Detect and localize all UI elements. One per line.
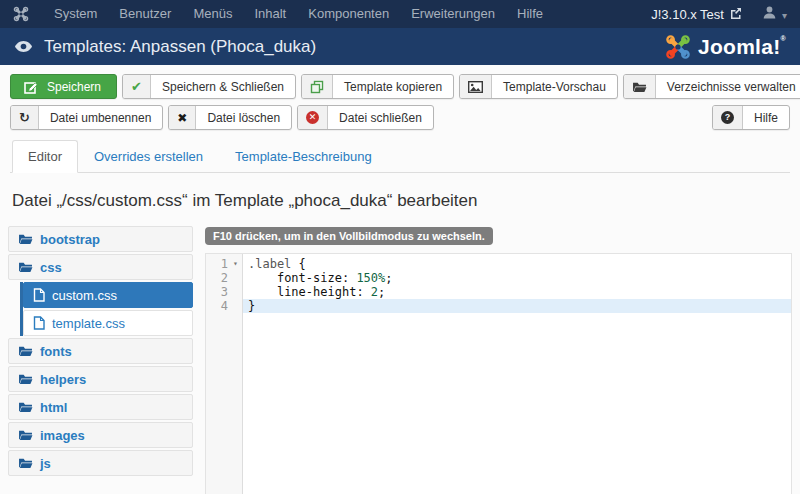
tree-item-js[interactable]: js [8, 450, 193, 476]
tree-item-bootstrap-label: bootstrap [40, 232, 100, 247]
menu-item-system[interactable]: System [43, 0, 108, 28]
external-link-icon [730, 7, 742, 22]
tree-nested-group: custom.csstemplate.css [20, 282, 193, 336]
code-line: 3 line-height: 2; [206, 285, 791, 299]
tab-overrides[interactable]: Overrides erstellen [78, 140, 219, 173]
menu-item-menus[interactable]: Menüs [182, 0, 243, 28]
main-content: bootstrapcsscustom.csstemplate.cssfontsh… [0, 226, 800, 494]
tree-item-custom-css[interactable]: custom.css [23, 282, 193, 308]
joomla-logo: Joomla!® [665, 34, 786, 60]
menu-item-benutzer[interactable]: Benutzer [108, 0, 182, 28]
folder-icon [18, 429, 33, 441]
image-icon [460, 75, 492, 98]
rename-file-button[interactable]: ↻Datei umbenennen [10, 105, 163, 130]
registered-mark: ® [781, 35, 786, 42]
preview-template-button-label: Template-Vorschau [492, 75, 617, 98]
folder-icon [18, 261, 33, 273]
close-file-button[interactable]: ✕Datei schließen [297, 105, 434, 130]
save-close-button[interactable]: ✔Speichern & Schließen [122, 74, 296, 99]
file-edit-heading: Datei „/css/custom.css“ im Template „pho… [12, 191, 788, 211]
save-icon [11, 75, 40, 98]
copy-template-button[interactable]: Template kopieren [301, 74, 454, 99]
line-number: 1 [206, 257, 228, 271]
tree-item-html-label: html [40, 400, 67, 415]
tree-item-bootstrap[interactable]: bootstrap [8, 226, 193, 252]
page-title: Templates: Anpassen (Phoca_duka) [44, 37, 316, 57]
tab-editor[interactable]: Editor [12, 140, 78, 173]
help-button[interactable]: ?Hilfe [712, 105, 790, 130]
fold-gutter [228, 299, 243, 313]
joomla-logo-icon [665, 34, 691, 60]
file-tree: bootstrapcsscustom.csstemplate.cssfontsh… [8, 226, 193, 478]
save-button[interactable]: Speichern [10, 74, 117, 99]
titlebar: Templates: Anpassen (Phoca_duka) Joomla!… [0, 28, 800, 65]
admin-menu: SystemBenutzerMenüsInhaltKomponentenErwe… [43, 0, 554, 28]
manage-folders-button[interactable]: Verzeichnisse verwalten [623, 74, 800, 99]
code-text: line-height: 2; [243, 285, 791, 299]
file-icon [33, 316, 45, 330]
menu-item-erweiterungen[interactable]: Erweiterungen [400, 0, 506, 28]
user-menu-button[interactable]: ▾ [762, 5, 787, 24]
rename-file-button-label: Datei umbenennen [39, 106, 162, 129]
eye-icon [14, 40, 33, 53]
code-line: 4} [206, 299, 791, 313]
delete-icon: ✖ [169, 106, 196, 129]
joomla-mark-icon [13, 6, 29, 22]
save-button-label: Speichern [40, 75, 116, 98]
preview-template-button[interactable]: Template-Vorschau [459, 74, 618, 99]
check-icon: ✔ [123, 75, 151, 98]
save-close-button-label: Speichern & Schließen [151, 75, 295, 98]
copy-icon [302, 75, 333, 98]
folder-icon [18, 233, 33, 245]
tree-item-helpers[interactable]: helpers [8, 366, 193, 392]
app-root: SystemBenutzerMenüsInhaltKomponentenErwe… [0, 0, 800, 494]
fullscreen-hint: F10 drücken, um in den Vollbildmodus zu … [205, 227, 493, 245]
line-number: 3 [206, 285, 228, 299]
menu-item-komponenten[interactable]: Komponenten [297, 0, 400, 28]
toolbar-row-1: Speichern✔Speichern & SchließenTemplate … [10, 74, 790, 99]
tree-item-css[interactable]: css [8, 254, 193, 280]
code-text: } [243, 299, 791, 313]
tree-item-css-label: css [40, 260, 62, 275]
tree-item-images[interactable]: images [8, 422, 193, 448]
code-text: .label { [243, 257, 791, 271]
manage-folders-button-label: Verzeichnisse verwalten [656, 75, 800, 98]
code-line: 2 font-size: 150%; [206, 271, 791, 285]
delete-file-button[interactable]: ✖Datei löschen [168, 105, 292, 130]
tree-item-template-css-label: template.css [52, 316, 125, 331]
toolbar: Speichern✔Speichern & SchließenTemplate … [0, 65, 800, 130]
fold-arrow-icon: ▾ [228, 257, 243, 271]
menu-item-inhalt[interactable]: Inhalt [243, 0, 297, 28]
tree-item-images-label: images [40, 428, 85, 443]
site-preview-label: J!3.10.x Test [651, 7, 724, 22]
code-editor[interactable]: 1▾.label {2 font-size: 150%;3 line-heigh… [205, 253, 792, 494]
close-circle-icon: ✕ [298, 106, 328, 129]
help-icon: ? [713, 106, 743, 129]
joomla-logo-text: Joomla!® [698, 35, 786, 59]
tree-item-html[interactable]: html [8, 394, 193, 420]
folder-icon [18, 345, 33, 357]
rename-icon: ↻ [11, 106, 39, 129]
tree-item-template-css[interactable]: template.css [23, 310, 193, 336]
file-icon [33, 288, 45, 302]
user-icon [762, 5, 777, 24]
tree-item-helpers-label: helpers [40, 372, 86, 387]
code-text: font-size: 150%; [243, 271, 791, 285]
line-number: 4 [206, 299, 228, 313]
fold-gutter [228, 285, 243, 299]
site-preview-link[interactable]: J!3.10.x Test [651, 7, 742, 22]
admin-menubar: SystemBenutzerMenüsInhaltKomponentenErwe… [0, 0, 800, 28]
tree-item-fonts[interactable]: fonts [8, 338, 193, 364]
editor-column: F10 drücken, um in den Vollbildmodus zu … [205, 226, 792, 494]
delete-file-button-label: Datei löschen [196, 106, 291, 129]
folder-icon [18, 457, 33, 469]
tree-item-custom-css-label: custom.css [52, 288, 117, 303]
fold-gutter [228, 271, 243, 285]
tree-item-fonts-label: fonts [40, 344, 72, 359]
folder-icon [18, 401, 33, 413]
menu-item-hilfe[interactable]: Hilfe [506, 0, 554, 28]
tab-description[interactable]: Template-Beschreibung [219, 140, 388, 173]
folder-icon [18, 373, 33, 385]
copy-template-button-label: Template kopieren [333, 75, 453, 98]
help-button-label: Hilfe [743, 106, 789, 129]
